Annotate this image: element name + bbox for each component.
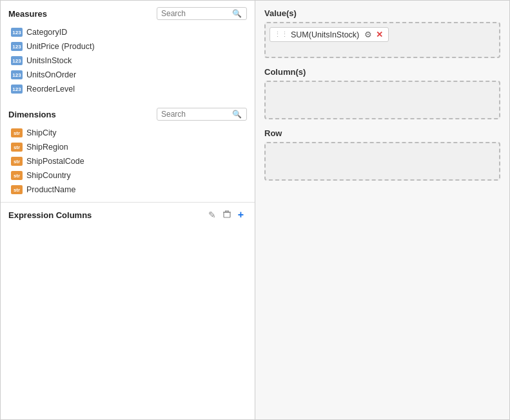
measures-field-list: 123 CategoryID 123 UnitPrice (Product) 1… <box>1 25 255 101</box>
list-item[interactable]: str ShipCity <box>8 126 247 140</box>
field-type-badge: 123 <box>11 42 23 51</box>
field-type-badge: 123 <box>11 70 23 79</box>
delete-expression-button[interactable] <box>219 208 235 222</box>
list-item[interactable]: str ProductName <box>8 183 247 197</box>
list-item[interactable]: str ShipRegion <box>8 140 247 154</box>
expression-columns-header: Expression Columns ✎ + <box>1 202 255 227</box>
field-type-badge: str <box>11 157 23 166</box>
app-container: Measures 🔍 123 CategoryID 123 UnitPrice … <box>0 0 510 420</box>
values-drop-zone[interactable]: ⋮⋮ SUM(UnitsInStock) ⚙ ✕ <box>264 22 500 58</box>
measures-section-header: Measures 🔍 <box>1 1 255 25</box>
field-type-badge: str <box>11 128 23 137</box>
svg-rect-0 <box>224 212 230 217</box>
field-type-badge: str <box>11 171 23 180</box>
list-item[interactable]: str ShipCountry <box>8 168 247 183</box>
field-name-label: ShipPostalCode <box>26 157 84 166</box>
dimensions-search-icon: 🔍 <box>232 110 242 119</box>
edit-expression-button[interactable]: ✎ <box>205 208 219 221</box>
field-name-label: ProductName <box>26 185 75 194</box>
chip-label: SUM(UnitsInStock) <box>291 30 359 39</box>
measures-search-icon: 🔍 <box>232 9 242 18</box>
field-name-label: CategoryID <box>26 28 67 37</box>
field-type-badge: str <box>11 185 23 194</box>
chip-close-icon[interactable]: ✕ <box>376 30 383 39</box>
dimensions-search-box[interactable]: 🔍 <box>157 108 247 121</box>
measures-search-input[interactable] <box>161 9 232 18</box>
add-expression-button[interactable]: + <box>235 208 247 222</box>
trash-icon <box>222 210 231 219</box>
field-name-label: ShipRegion <box>26 143 68 152</box>
columns-drop-zone[interactable] <box>264 81 500 119</box>
field-name-label: UnitPrice (Product) <box>26 42 95 51</box>
field-name-label: ShipCity <box>26 128 57 137</box>
expression-columns-title: Expression Columns <box>8 210 205 220</box>
field-name-label: UnitsInStock <box>26 56 72 65</box>
row-drop-zone[interactable] <box>264 142 500 181</box>
field-type-badge: 123 <box>11 56 23 65</box>
field-type-badge: 123 <box>11 28 23 37</box>
dimensions-field-list: str ShipCity str ShipRegion str ShipPost… <box>1 126 255 202</box>
dimensions-title: Dimensions <box>8 110 56 119</box>
field-type-badge: str <box>11 143 23 152</box>
list-item[interactable]: 123 UnitsOnOrder <box>8 68 247 82</box>
field-type-badge: 123 <box>11 85 23 94</box>
dimensions-search-input[interactable] <box>161 110 232 119</box>
field-name-label: UnitsOnOrder <box>26 70 76 79</box>
left-panel: Measures 🔍 123 CategoryID 123 UnitPrice … <box>1 1 255 419</box>
list-item[interactable]: 123 UnitsInStock <box>8 54 247 68</box>
value-chip[interactable]: ⋮⋮ SUM(UnitsInStock) ⚙ ✕ <box>270 27 389 42</box>
field-name-label: ShipCountry <box>26 171 71 180</box>
measures-search-box[interactable]: 🔍 <box>157 7 247 20</box>
right-panel: Value(s) ⋮⋮ SUM(UnitsInStock) ⚙ ✕ Column… <box>255 1 509 419</box>
measures-title: Measures <box>8 9 47 19</box>
drag-handle-icon: ⋮⋮ <box>274 30 288 39</box>
columns-label: Column(s) <box>264 67 500 77</box>
list-item[interactable]: 123 UnitPrice (Product) <box>8 39 247 54</box>
values-label: Value(s) <box>264 8 500 18</box>
dimensions-section-header: Dimensions 🔍 <box>1 101 255 126</box>
list-item[interactable]: str ShipPostalCode <box>8 154 247 168</box>
field-name-label: ReorderLevel <box>26 85 75 94</box>
list-item[interactable]: 123 ReorderLevel <box>8 82 247 96</box>
chip-gear-icon[interactable]: ⚙ <box>364 30 372 39</box>
row-label: Row <box>264 128 500 138</box>
list-item[interactable]: 123 CategoryID <box>8 25 247 39</box>
